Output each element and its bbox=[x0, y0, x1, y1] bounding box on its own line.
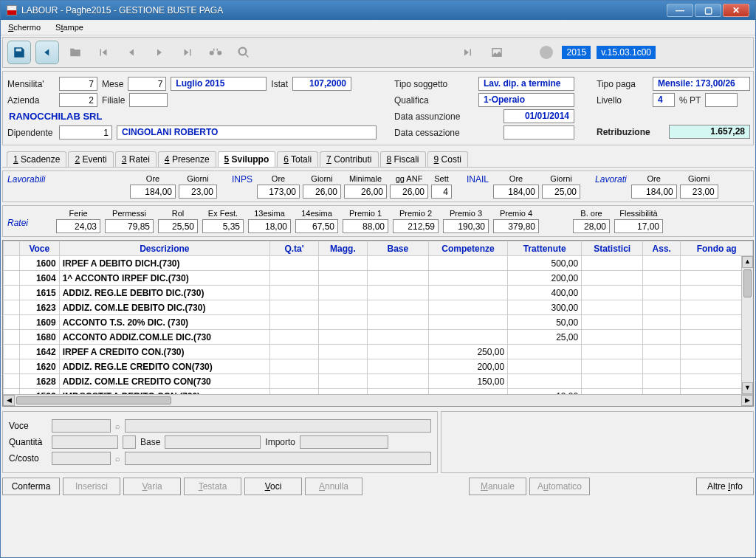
scroll-left-icon[interactable]: ◀ bbox=[3, 395, 15, 406]
tab-fiscali[interactable]: 8 Fiscali bbox=[380, 151, 426, 167]
image-icon[interactable] bbox=[485, 41, 509, 64]
grid-header-cell[interactable]: Competenze bbox=[428, 241, 507, 256]
voce-desc-input[interactable] bbox=[125, 419, 431, 433]
menu-stampe[interactable]: Stampe bbox=[52, 21, 86, 33]
quantita-input[interactable] bbox=[52, 435, 118, 449]
inps-giorni-input[interactable] bbox=[303, 185, 341, 199]
grid-header-cell[interactable]: Trattenute bbox=[508, 241, 582, 256]
ratei-col-input[interactable] bbox=[158, 219, 198, 233]
grid-header-cell[interactable]: Q.ta' bbox=[270, 241, 319, 256]
table-row[interactable]: 1609ACCONTO T.S. 20% DIC. (730)50,00 bbox=[4, 315, 753, 330]
ratei-col-input[interactable] bbox=[295, 219, 338, 233]
table-row[interactable]: 1623ADDIZ. COM.LE DEBITO DIC.(730)300,00 bbox=[4, 300, 753, 315]
inserisci-button[interactable]: Inserisci bbox=[63, 478, 120, 495]
inps-minimale-input[interactable] bbox=[344, 185, 387, 199]
tab-scadenze[interactable]: 1 Scadenze bbox=[7, 151, 66, 167]
close-button[interactable]: ✕ bbox=[723, 4, 749, 17]
varia-button[interactable]: Varia bbox=[123, 478, 181, 495]
ratei-col-input[interactable] bbox=[493, 219, 539, 233]
folder-icon[interactable] bbox=[63, 41, 87, 64]
table-row[interactable]: 1600IRPEF A DEBITO DICH.(730)500,00 bbox=[4, 256, 753, 271]
voce-input[interactable] bbox=[52, 419, 111, 433]
base-input[interactable] bbox=[165, 435, 261, 449]
grid-header-cell[interactable]: Descrizione bbox=[59, 241, 269, 256]
manuale-button[interactable]: Manuale bbox=[469, 478, 526, 495]
inps-sett-input[interactable] bbox=[431, 185, 452, 199]
tab-totali[interactable]: 6 Totali bbox=[277, 151, 318, 167]
inps-ore-input[interactable] bbox=[257, 185, 300, 199]
ratei-col-input[interactable] bbox=[443, 219, 489, 233]
automatico-button[interactable]: Automatico bbox=[529, 478, 590, 495]
voci-button[interactable]: Voci bbox=[244, 478, 302, 495]
ccosto-input[interactable] bbox=[52, 452, 111, 465]
vertical-scrollbar[interactable]: ▲ ▼ bbox=[741, 256, 753, 394]
first-icon[interactable] bbox=[92, 41, 115, 64]
quantita-aux-input[interactable] bbox=[123, 435, 136, 449]
ccosto-desc-input[interactable] bbox=[125, 452, 431, 465]
inail-giorni-input[interactable] bbox=[542, 185, 580, 199]
last-icon[interactable] bbox=[176, 41, 199, 64]
table-row[interactable]: 1620ADDIZ. REG.LE CREDITO CON(730)200,00 bbox=[4, 359, 753, 374]
skip-icon[interactable] bbox=[457, 41, 481, 64]
importo-input[interactable] bbox=[300, 435, 388, 449]
ratei-col-input[interactable] bbox=[393, 219, 439, 233]
mensilita-input[interactable] bbox=[59, 77, 97, 91]
menu-schermo[interactable]: Schermo bbox=[5, 21, 44, 33]
save-icon[interactable] bbox=[7, 41, 31, 64]
tab-ratei[interactable]: 3 Ratei bbox=[115, 151, 157, 167]
table-row[interactable]: 1628ADDIZ. COM.LE CREDITO CON(730150,00 bbox=[4, 374, 753, 389]
grid-header-cell[interactable]: Statistici bbox=[582, 241, 643, 256]
grid-table[interactable]: VoceDescrizioneQ.ta'Magg.BaseCompetenzeT… bbox=[3, 241, 753, 394]
horizontal-scrollbar[interactable]: ◀ ▶ bbox=[3, 394, 753, 406]
grid-header-cell[interactable]: Base bbox=[367, 241, 428, 256]
tab-sviluppo[interactable]: 5 Sviluppo bbox=[218, 151, 276, 167]
table-row[interactable]: 1642IRPEF A CREDITO CON.(730)250,00 bbox=[4, 345, 753, 359]
ratei-col-input[interactable] bbox=[614, 219, 663, 233]
scroll-right-icon[interactable]: ▶ bbox=[741, 395, 753, 406]
ratei-col-input[interactable] bbox=[202, 219, 244, 233]
table-row[interactable]: 16041^ ACCONTO IRPEF DIC.(730)200,00 bbox=[4, 271, 753, 286]
ratei-col-input[interactable] bbox=[105, 219, 154, 233]
maximize-button[interactable]: ▢ bbox=[695, 4, 721, 17]
mese-input[interactable] bbox=[128, 77, 166, 91]
table-row[interactable]: 1680ACCONTO ADDIZ.COM.LE DIC.(73025,00 bbox=[4, 330, 753, 345]
lavorabili-giorni-input[interactable] bbox=[179, 185, 217, 199]
tab-contributi[interactable]: 7 Contributi bbox=[320, 151, 378, 167]
table-row[interactable]: 1615ADDIZ. REG.LE DEBITO DIC.(730)400,00 bbox=[4, 286, 753, 300]
altre-info-button[interactable]: Altre Info bbox=[696, 478, 754, 495]
ratei-col-input[interactable] bbox=[343, 219, 388, 233]
annulla-button[interactable]: Annulla bbox=[305, 478, 362, 495]
scroll-down-icon[interactable]: ▼ bbox=[742, 382, 753, 394]
lavorati-ore-input[interactable] bbox=[631, 185, 677, 199]
tab-presenze[interactable]: 4 Presenze bbox=[158, 151, 216, 167]
azienda-input[interactable] bbox=[59, 93, 97, 107]
lookup-icon[interactable]: ⌕ bbox=[115, 421, 120, 430]
grid-header-cell[interactable]: Ass. bbox=[643, 241, 681, 256]
dipendente-input[interactable] bbox=[59, 125, 112, 140]
table-row[interactable]: 1593IMP.SOSTIT.A DEBITO CON.(730)12,00 bbox=[4, 389, 753, 395]
filiale-input[interactable] bbox=[129, 93, 168, 107]
back-icon[interactable] bbox=[35, 41, 59, 64]
search-icon[interactable] bbox=[232, 41, 255, 64]
inps-gganf-input[interactable] bbox=[390, 185, 428, 199]
tab-eventi[interactable]: 2 Eventi bbox=[68, 151, 113, 167]
scroll-up-icon[interactable]: ▲ bbox=[742, 256, 753, 268]
grid-header-cell[interactable] bbox=[4, 241, 20, 256]
grid-header-cell[interactable]: Voce bbox=[19, 241, 59, 256]
lavorabili-ore-input[interactable] bbox=[130, 185, 176, 199]
ratei-col-input[interactable] bbox=[573, 219, 610, 233]
next-icon[interactable] bbox=[148, 41, 171, 64]
hscroll-thumb[interactable] bbox=[16, 396, 171, 404]
tab-costi[interactable]: 9 Costi bbox=[427, 151, 468, 167]
lookup-icon-2[interactable]: ⌕ bbox=[115, 454, 120, 463]
testata-button[interactable]: Testata bbox=[184, 478, 241, 495]
conferma-button[interactable]: Conferma bbox=[2, 478, 60, 495]
grid-header-cell[interactable]: Magg. bbox=[318, 241, 367, 256]
inail-ore-input[interactable] bbox=[493, 185, 539, 199]
ratei-col-input[interactable] bbox=[248, 219, 291, 233]
minimize-button[interactable]: — bbox=[667, 4, 693, 17]
binoculars-icon[interactable] bbox=[204, 41, 227, 64]
ratei-col-input[interactable] bbox=[56, 219, 100, 233]
prev-icon[interactable] bbox=[120, 41, 143, 64]
scroll-thumb[interactable] bbox=[743, 269, 752, 297]
